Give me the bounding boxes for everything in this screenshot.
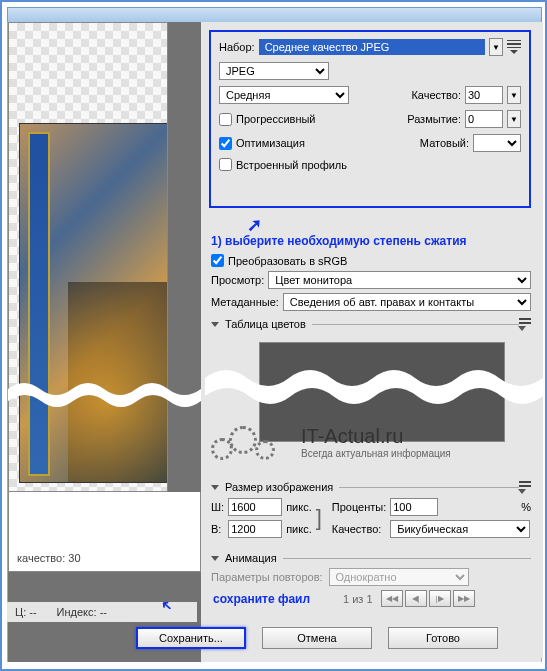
prev-frame-button: ◀| <box>405 590 427 607</box>
metadata-label: Метаданные: <box>211 296 279 308</box>
srgb-checkbox[interactable]: Преобразовать в sRGB <box>211 254 347 267</box>
status-index: Индекс: -- <box>57 606 107 618</box>
preset-value[interactable]: Среднее качество JPEG <box>259 39 485 55</box>
animation-section: Анимация Параметры повторов:Однократно <box>211 546 531 586</box>
height-label: В: <box>211 523 224 535</box>
status-color: Ц: -- <box>15 606 37 618</box>
resample-label: Качество: <box>332 523 387 535</box>
preview-image <box>19 123 168 483</box>
annotation-step1: 1) выберите необходимую степень сжатия <box>211 234 467 248</box>
image-preview-pane[interactable] <box>8 22 168 492</box>
image-size-header[interactable]: Размер изображения <box>211 480 531 494</box>
settings-column: Набор: Среднее качество JPEG ▼ JPEG Сред… <box>205 22 543 658</box>
frame-indicator: 1 из 1 <box>343 593 373 605</box>
image-size-menu-icon[interactable] <box>519 480 531 494</box>
width-unit: пикс. <box>286 501 312 513</box>
color-table-menu-icon[interactable] <box>519 317 531 331</box>
matte-label: Матовый: <box>420 137 469 149</box>
quality-num-input[interactable] <box>465 86 503 104</box>
frame-playback: 1 из 1 ◀◀ ◀| |▶ ▶▶ <box>343 590 533 607</box>
color-table-header[interactable]: Таблица цветов <box>211 317 531 331</box>
annotation-arrow-1: ➚ <box>247 214 262 236</box>
image-size-section: Размер изображения Ш: пикс. ] Проценты: … <box>211 474 531 538</box>
quality-num-label: Качество: <box>411 89 461 101</box>
preset-dropdown-icon[interactable]: ▼ <box>489 38 503 56</box>
first-frame-button: ◀◀ <box>381 590 403 607</box>
progressive-checkbox[interactable]: Прогрессивный <box>219 110 316 128</box>
annotation-step2: сохраните фаил <box>213 592 310 606</box>
width-label: Ш: <box>211 501 224 513</box>
animation-header[interactable]: Анимация <box>211 552 531 564</box>
preview-info: качество: 30 <box>8 492 201 572</box>
blur-label: Размытие: <box>407 113 461 125</box>
preview-quality-text: качество: 30 <box>17 552 192 564</box>
loop-select: Однократно <box>329 568 469 586</box>
extra-options: Преобразовать в sRGB Просмотр:Цвет монит… <box>211 254 531 331</box>
resample-select[interactable]: Бикубическая <box>390 520 530 538</box>
tutorial-frame: качество: 30 Набор: Среднее качество JPE… <box>0 0 547 671</box>
percent-input[interactable] <box>390 498 438 516</box>
last-frame-button: ▶▶ <box>453 590 475 607</box>
view-label: Просмотр: <box>211 274 264 286</box>
quality-name-select[interactable]: Средняя <box>219 86 349 104</box>
width-input[interactable] <box>228 498 282 516</box>
percent-unit: % <box>521 501 531 513</box>
watermark-sub: Всегда актуальная информация <box>301 448 451 459</box>
app-background: качество: 30 Набор: Среднее качество JPE… <box>7 22 542 662</box>
optimize-checkbox[interactable]: Оптимизация <box>219 134 305 152</box>
cancel-button[interactable]: Отмена <box>262 627 372 649</box>
dialog-buttons: Сохранить... Отмена Готово <box>136 627 536 649</box>
quality-slider-icon[interactable]: ▼ <box>507 86 521 104</box>
preset-label: Набор: <box>219 41 255 53</box>
embed-profile-checkbox[interactable]: Встроенный профиль <box>219 158 347 171</box>
window-titlebar <box>7 7 542 22</box>
loop-label: Параметры повторов: <box>211 571 323 583</box>
matte-select[interactable] <box>473 134 521 152</box>
link-bracket-icon[interactable]: ] <box>316 505 328 531</box>
next-frame-button: |▶ <box>429 590 451 607</box>
blur-input[interactable] <box>465 110 503 128</box>
format-select[interactable]: JPEG <box>219 62 329 80</box>
torn-edge-right <box>205 362 543 412</box>
done-button[interactable]: Готово <box>388 627 498 649</box>
view-select[interactable]: Цвет монитора <box>268 271 531 289</box>
quality-settings-highlight: Набор: Среднее качество JPEG ▼ JPEG Сред… <box>209 30 531 208</box>
height-input[interactable] <box>228 520 282 538</box>
metadata-select[interactable]: Сведения об авт. правах и контакты <box>283 293 531 311</box>
preset-menu-icon[interactable] <box>507 40 521 54</box>
torn-edge-left <box>8 377 201 413</box>
height-unit: пикс. <box>286 523 312 535</box>
percent-label: Проценты: <box>332 501 387 513</box>
blur-slider-icon[interactable]: ▼ <box>507 110 521 128</box>
preview-column: качество: 30 <box>8 22 201 662</box>
save-button[interactable]: Сохранить... <box>136 627 246 649</box>
